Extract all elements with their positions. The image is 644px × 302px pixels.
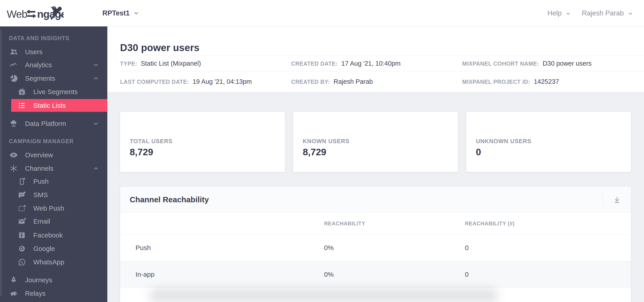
sidebar-item-google[interactable]: Google bbox=[0, 242, 107, 255]
sidebar: DATA AND INSIGHTS Users Analytics Segmen… bbox=[0, 27, 107, 302]
sidebar-item-whatsapp[interactable]: WhatsApp bbox=[0, 255, 107, 269]
meta-row: TYPE: Static List (Mixpanel) CREATED DAT… bbox=[120, 56, 644, 71]
meta-label: MIXPANEL COHORT NAME: bbox=[462, 61, 539, 67]
meta-last-computed: LAST COMPUTED DATE: 19 Aug '21, 04:13pm bbox=[120, 78, 291, 85]
sidebar-item-channels[interactable]: Channels bbox=[0, 162, 107, 175]
sidebar-item-label: Static Lists bbox=[33, 102, 66, 109]
sidebar-item-facebook[interactable]: Facebook bbox=[0, 229, 107, 242]
sidebar-item-sms[interactable]: SMS bbox=[0, 188, 107, 202]
page-header-band: D30 power users TYPE: Static List (Mixpa… bbox=[107, 27, 644, 92]
scroll-shadow bbox=[120, 288, 631, 302]
facebook-icon bbox=[17, 231, 26, 240]
meta-value: D30 power users bbox=[543, 60, 592, 67]
meta-label: TYPE: bbox=[120, 61, 137, 67]
channel-cell: Push bbox=[120, 244, 324, 252]
column-header-reachability-count: REACHABILITY (#) bbox=[465, 220, 631, 227]
sidebar-item-label: Google bbox=[33, 245, 55, 252]
sidebar-item-data-platform[interactable]: Data Platform bbox=[0, 117, 107, 130]
reachability-cell: 0% bbox=[324, 244, 465, 252]
meta-row: LAST COMPUTED DATE: 19 Aug '21, 04:13pm … bbox=[120, 71, 644, 92]
known-users-card: KNOWN USERS 8,729 bbox=[293, 112, 458, 172]
help-menu[interactable]: Help bbox=[548, 0, 571, 27]
help-label: Help bbox=[548, 9, 562, 17]
mobile-push-icon bbox=[17, 177, 26, 186]
meta-label: CREATED DATE: bbox=[291, 61, 338, 67]
card-value: 8,729 bbox=[130, 147, 153, 158]
sidebar-item-label: Analytics bbox=[25, 61, 52, 69]
meta-type: TYPE: Static List (Mixpanel) bbox=[120, 60, 291, 67]
chevron-down-icon bbox=[92, 62, 99, 68]
chevron-down-icon bbox=[92, 120, 99, 127]
sidebar-item-overview[interactable]: Overview bbox=[0, 148, 107, 162]
reachability-count-cell: 0 bbox=[465, 244, 631, 252]
section-header-campaign-manager: CAMPAIGN MANAGER bbox=[9, 136, 100, 146]
sidebar-item-label: Overview bbox=[25, 151, 53, 159]
sidebar-item-label: SMS bbox=[33, 191, 48, 199]
meta-value: 17 Aug '21, 10:40pm bbox=[341, 60, 400, 67]
sidebar-item-label: Journeys bbox=[25, 276, 52, 284]
table-row-push: Push 0% 0 bbox=[120, 235, 631, 261]
meta-value: Rajesh Parab bbox=[334, 78, 373, 85]
sms-icon bbox=[17, 190, 26, 200]
reachability-cell: 0% bbox=[324, 271, 465, 278]
logo-arrows-icon bbox=[26, 10, 36, 18]
card-value: 0 bbox=[476, 147, 481, 158]
project-selector[interactable]: RPTest1 bbox=[102, 0, 139, 27]
channel-reachability-panel: Channel Reachability REACHABILITY REACHA… bbox=[120, 187, 631, 302]
sidebar-item-relays[interactable]: Relays bbox=[0, 287, 107, 300]
sidebar-item-label: Data Platform bbox=[25, 120, 66, 127]
stat-cards: TOTAL USERS 8,729 KNOWN USERS 8,729 UNKN… bbox=[120, 112, 631, 172]
reachability-count-cell: 0 bbox=[465, 271, 631, 278]
meta-created-date: CREATED DATE: 17 Aug '21, 10:40pm bbox=[291, 60, 462, 67]
project-name: RPTest1 bbox=[102, 9, 130, 17]
webengage-app: Web ngage R bbox=[0, 0, 644, 302]
sidebar-item-push[interactable]: Push bbox=[0, 175, 107, 188]
table-header-row: REACHABILITY REACHABILITY (#) bbox=[120, 213, 631, 235]
meta-value: Static List (Mixpanel) bbox=[141, 60, 201, 67]
sidebar-item-label: Live Segments bbox=[33, 88, 78, 96]
download-button[interactable] bbox=[613, 196, 621, 204]
rocket-icon bbox=[9, 275, 18, 285]
users-icon bbox=[9, 47, 18, 57]
live-segments-icon bbox=[17, 87, 26, 97]
table-body: Push 0% 0 In-app 0% 0 bbox=[120, 235, 631, 302]
sidebar-item-label: Facebook bbox=[33, 231, 63, 239]
sidebar-item-users[interactable]: Users bbox=[0, 45, 107, 59]
sidebar-item-journeys[interactable]: Journeys bbox=[0, 273, 107, 287]
card-label: KNOWN USERS bbox=[303, 138, 350, 145]
segments-icon bbox=[9, 74, 18, 83]
web-push-icon bbox=[17, 204, 26, 213]
meta-cohort-name: MIXPANEL COHORT NAME: D30 power users bbox=[462, 60, 644, 67]
webengage-logo[interactable]: Web ngage bbox=[7, 5, 64, 23]
data-platform-icon bbox=[9, 119, 18, 128]
segment-meta-table: TYPE: Static List (Mixpanel) CREATED DAT… bbox=[120, 56, 644, 92]
page-title: D30 power users bbox=[120, 42, 200, 53]
header-divider bbox=[603, 193, 603, 206]
main-content: D30 power users TYPE: Static List (Mixpa… bbox=[107, 27, 644, 302]
meta-value: 19 Aug '21, 04:13pm bbox=[192, 78, 252, 85]
sidebar-item-live-segments[interactable]: Live Segments bbox=[0, 85, 107, 99]
sidebar-item-email[interactable]: Email bbox=[0, 215, 107, 228]
sidebar-item-static-lists[interactable]: Static Lists bbox=[11, 99, 107, 112]
whatsapp-icon bbox=[17, 257, 26, 267]
chevron-down-icon bbox=[628, 10, 633, 16]
sidebar-item-label: Email bbox=[33, 218, 50, 225]
meta-created-by: CREATED BY: Rajesh Parab bbox=[291, 78, 462, 85]
channels-hub-icon bbox=[9, 164, 18, 173]
user-menu[interactable]: Rajesh Parab bbox=[582, 0, 633, 27]
sidebar-item-label: WhatsApp bbox=[33, 258, 64, 266]
table-row-inapp: In-app 0% 0 bbox=[120, 261, 631, 288]
meta-label: CREATED BY: bbox=[291, 79, 330, 85]
column-header-reachability: REACHABILITY bbox=[324, 220, 465, 227]
user-name: Rajesh Parab bbox=[582, 9, 624, 17]
eye-icon bbox=[9, 150, 18, 160]
card-label: UNKNOWN USERS bbox=[476, 138, 531, 145]
sidebar-item-web-push[interactable]: Web Push bbox=[0, 202, 107, 215]
sidebar-item-segments[interactable]: Segments bbox=[0, 72, 107, 85]
static-lists-icon bbox=[17, 101, 26, 110]
google-icon bbox=[17, 244, 26, 253]
sidebar-item-analytics[interactable]: Analytics bbox=[0, 58, 107, 72]
meta-project-id: MIXPANEL PROJECT ID: 1425237 bbox=[462, 78, 644, 85]
card-value: 8,729 bbox=[303, 147, 326, 158]
chevron-up-icon bbox=[92, 75, 99, 82]
